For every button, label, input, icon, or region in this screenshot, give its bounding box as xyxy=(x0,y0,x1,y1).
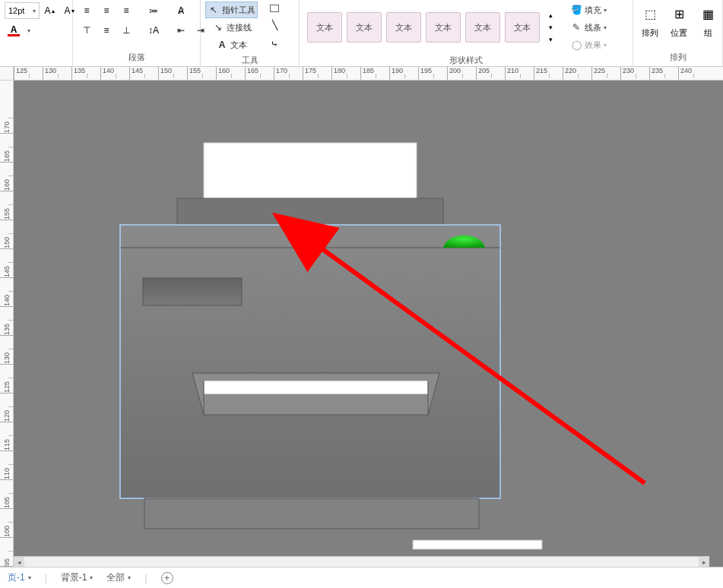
statusbar: 页-1 ▾ | 背景-1 ▾ 全部 ▾ | + xyxy=(0,567,723,588)
all-selector[interactable]: 全部 ▾ xyxy=(106,571,131,584)
shape-connector-button[interactable]: ⤷ xyxy=(265,35,284,53)
effects-label: 效果 xyxy=(585,40,601,51)
connector-icon: ↘ xyxy=(212,21,224,33)
ribbon-group-font-label xyxy=(5,62,68,65)
font-color-button[interactable]: A xyxy=(5,21,23,40)
background-label: 背景-1 xyxy=(61,571,87,584)
style-gallery-up[interactable]: ▴ xyxy=(547,10,554,21)
page-tab-label: 页-1 xyxy=(8,571,25,584)
pointer-icon: ↖ xyxy=(208,4,220,16)
arrange-icon: ⬚ xyxy=(641,5,659,23)
ribbon-group-font: 12pt ▾ A▲ A▼ A ▾ xyxy=(0,0,73,66)
style-gallery-down[interactable]: ▾ xyxy=(547,22,554,33)
svg-rect-6 xyxy=(204,381,428,394)
dropdown-arrow-icon: ▾ xyxy=(28,574,31,581)
ribbon-group-paragraph-label: 段落 xyxy=(78,50,195,65)
align-top-button[interactable]: ⊤ xyxy=(78,21,96,40)
align-middle-button[interactable]: ≡ xyxy=(97,21,116,40)
scrollbar-horizontal[interactable]: ◂ ▸ xyxy=(14,556,709,567)
connector-tool-button[interactable]: ↘ 连接线 xyxy=(205,19,258,36)
shape-rect-button[interactable] xyxy=(265,2,284,15)
style-preset-4[interactable]: 文本 xyxy=(426,12,461,43)
scroll-left-button[interactable]: ◂ xyxy=(14,557,24,567)
arrange-button-label: 排列 xyxy=(642,27,658,39)
ribbon-group-arrange-label: 排列 xyxy=(638,50,718,65)
align-bottom-button[interactable]: ⊥ xyxy=(117,21,135,40)
text-tool-button[interactable]: A 文本 xyxy=(205,36,258,53)
fill-button[interactable]: 🪣 填充 ▾ xyxy=(568,2,609,18)
separator: | xyxy=(144,573,147,583)
pen-icon: ✎ xyxy=(570,21,582,33)
ribbon: 12pt ▾ A▲ A▼ A ▾ ≡ ≡ ≡ xyxy=(0,0,723,67)
line-button[interactable]: ✎ 线条 ▾ xyxy=(568,19,609,36)
page-tab[interactable]: 页-1 ▾ xyxy=(8,571,31,584)
style-gallery-more[interactable]: ▾ xyxy=(547,34,554,45)
ribbon-group-shape-styles: 文本 文本 文本 文本 文本 文本 ▴ ▾ ▾ 🪣 填充 ▾ xyxy=(300,0,633,66)
dropdown-arrow-icon: ▾ xyxy=(33,8,36,14)
ribbon-group-arrange: ⬚ 排列 ⊞ 位置 ▦ 组 排列 xyxy=(633,0,723,66)
font-size-input[interactable]: 12pt ▾ xyxy=(5,2,40,19)
line-label: 线条 xyxy=(585,22,601,33)
fill-label: 填充 xyxy=(585,5,601,16)
ruler-horizontal[interactable]: 1251301351401451501551601651701751801851… xyxy=(14,67,723,81)
scroll-right-button[interactable]: ▸ xyxy=(699,557,709,567)
ribbon-group-paragraph: ≡ ≡ ≡ ≔ A̷ ⊤ ≡ ⊥ ↕A ⇤ ⇥ xyxy=(73,0,201,66)
svg-rect-9 xyxy=(144,498,479,529)
group-button-label: 组 xyxy=(704,27,712,39)
effects-icon: ◯ xyxy=(570,39,582,51)
dropdown-arrow-icon: ▾ xyxy=(128,574,131,581)
add-page-button[interactable]: + xyxy=(161,572,173,584)
bucket-icon: 🪣 xyxy=(570,4,582,16)
style-preset-5[interactable]: 文本 xyxy=(465,12,500,43)
svg-rect-2 xyxy=(120,225,500,498)
pointer-tool-button[interactable]: ↖ 指针工具 xyxy=(205,2,258,18)
line-spacing-button[interactable]: ↕A xyxy=(144,21,163,40)
group-icon: ▦ xyxy=(699,5,717,23)
style-preset-6[interactable]: 文本 xyxy=(505,12,540,43)
background-selector[interactable]: 背景-1 ▾ xyxy=(61,571,94,584)
align-center-button[interactable]: ≡ xyxy=(97,2,116,20)
align-left-button[interactable]: ≡ xyxy=(78,2,96,20)
bullet-list-button[interactable]: ≔ xyxy=(144,2,163,20)
ribbon-group-tools-label: 工具 xyxy=(205,53,294,68)
svg-rect-4 xyxy=(143,278,242,305)
text-tool-label: 文本 xyxy=(230,40,247,51)
clear-format-button[interactable]: A̷ xyxy=(172,2,190,20)
all-label: 全部 xyxy=(106,571,125,584)
position-icon: ⊞ xyxy=(670,5,688,23)
ruler-vertical[interactable]: 9510010511011512012513013514014515015516… xyxy=(0,81,14,567)
text-icon: A xyxy=(216,39,228,51)
canvas[interactable] xyxy=(14,81,723,567)
separator: | xyxy=(45,573,47,583)
drawing xyxy=(14,81,723,567)
effects-button[interactable]: ◯ 效果 ▾ xyxy=(568,36,609,53)
dropdown-arrow-icon: ▾ xyxy=(90,574,93,581)
svg-rect-1 xyxy=(177,198,443,229)
style-preset-3[interactable]: 文本 xyxy=(386,12,421,43)
workspace: 1251301351401451501551601651701751801851… xyxy=(0,67,723,567)
connector-tool-label: 连接线 xyxy=(227,22,252,33)
shape-line-button[interactable]: ╲ xyxy=(265,16,284,34)
align-right-button[interactable]: ≡ xyxy=(117,2,135,20)
ribbon-group-shape-styles-label: 形状样式 xyxy=(304,53,628,68)
arrange-button[interactable]: ⬚ xyxy=(638,2,662,26)
style-preset-1[interactable]: 文本 xyxy=(307,12,342,43)
svg-rect-10 xyxy=(413,540,542,549)
printer-shape[interactable] xyxy=(120,143,542,549)
group-button[interactable]: ▦ xyxy=(696,2,720,26)
plus-icon: + xyxy=(161,572,173,584)
increase-font-button[interactable]: A▲ xyxy=(41,2,59,20)
position-button[interactable]: ⊞ xyxy=(667,2,691,26)
font-size-value: 12pt xyxy=(8,6,24,15)
position-button-label: 位置 xyxy=(671,27,687,39)
style-preset-2[interactable]: 文本 xyxy=(347,12,382,43)
ribbon-group-tools: ↖ 指针工具 ↘ 连接线 A 文本 ╲ ⤷ 工具 xyxy=(201,0,300,66)
decrease-indent-button[interactable]: ⇤ xyxy=(172,21,190,40)
font-color-dropdown[interactable]: ▾ xyxy=(24,24,33,37)
pointer-tool-label: 指针工具 xyxy=(222,5,255,16)
ruler-corner xyxy=(0,67,14,81)
